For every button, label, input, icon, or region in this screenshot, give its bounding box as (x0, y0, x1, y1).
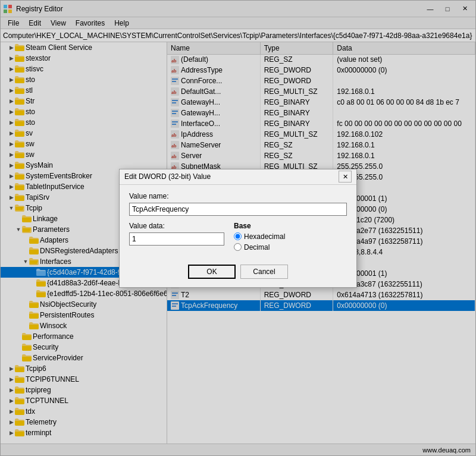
value-name-input[interactable] (129, 203, 347, 216)
dialog-row: Value data: Base Hexadecimal Decimal (129, 222, 347, 251)
ok-button-label: OK (206, 268, 217, 276)
value-data-section: Value data: (129, 222, 224, 246)
modal-overlay: Edit DWORD (32-bit) Value ✕ Value name: … (1, 1, 475, 455)
cancel-button[interactable]: Cancel (240, 265, 288, 279)
value-name-label: Value name: (129, 192, 347, 200)
cancel-button-label: Cancel (253, 268, 275, 276)
base-group: Base Hexadecimal Decimal (234, 222, 285, 251)
decimal-option[interactable]: Decimal (234, 243, 285, 251)
dialog-title-bar: Edit DWORD (32-bit) Value ✕ (120, 169, 356, 185)
registry-editor-window: Registry Editor — □ ✕ File Edit View Fav… (0, 0, 476, 456)
ok-button[interactable]: OK (188, 265, 236, 279)
dialog-footer: OK Cancel (120, 259, 356, 287)
hexadecimal-radio[interactable] (234, 232, 242, 240)
value-data-input[interactable] (129, 232, 224, 246)
hexadecimal-option[interactable]: Hexadecimal (234, 232, 285, 241)
value-data-label: Value data: (129, 222, 224, 230)
dialog-body: Value name: Value data: Base Hexadecimal (120, 185, 356, 259)
dialog-title: Edit DWORD (32-bit) Value (124, 172, 339, 181)
edit-dword-dialog: Edit DWORD (32-bit) Value ✕ Value name: … (119, 169, 357, 288)
base-label: Base (234, 222, 285, 230)
dialog-close-button[interactable]: ✕ (339, 171, 352, 183)
hexadecimal-label: Hexadecimal (244, 232, 285, 241)
decimal-radio[interactable] (234, 243, 242, 251)
decimal-label: Decimal (244, 243, 270, 251)
